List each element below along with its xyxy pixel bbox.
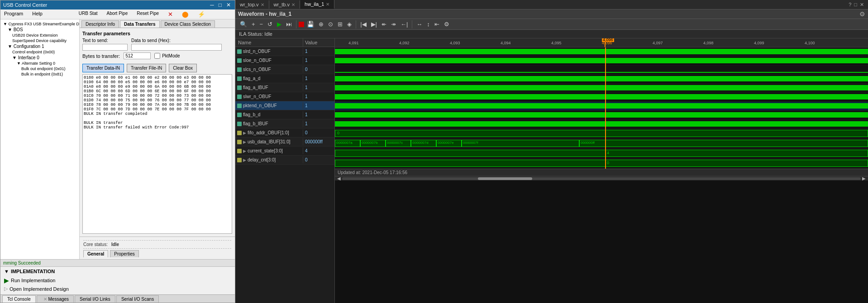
- refresh-button[interactable]: ↺: [266, 20, 274, 28]
- reset-pipe-btn[interactable]: Reset Pipe: [135, 10, 161, 18]
- tab-descriptor[interactable]: Descriptor Info: [81, 20, 119, 28]
- zoom-in-button[interactable]: +: [250, 20, 257, 28]
- tab-device-class[interactable]: Device Class Selection: [161, 20, 215, 28]
- expand-current-state[interactable]: ▶: [243, 149, 246, 153]
- close-button[interactable]: ✕: [225, 2, 232, 8]
- help-button[interactable]: ?: [847, 1, 853, 8]
- run-button[interactable]: ▶: [275, 20, 283, 28]
- open-implemented[interactable]: ▷ Open Implemented Design: [4, 285, 231, 293]
- close-hw-ila-icon[interactable]: ✕: [326, 2, 329, 7]
- transfer-data-in-button[interactable]: Transfer Data-IN: [82, 64, 124, 72]
- wave-tab-hw-ila[interactable]: hw_ila_1 ✕: [300, 0, 334, 9]
- wave-chart[interactable]: 4,091 4,092 4,093 4,094 4,095 4,096 4,09…: [335, 38, 868, 303]
- tab-tcl-console[interactable]: Tcl Console: [2, 295, 36, 303]
- tab-data-transfers[interactable]: Data Transfers: [120, 20, 159, 28]
- scroll-left-button[interactable]: ◀: [336, 175, 342, 181]
- sig-delay-cnt-name: ▶ delay_cnt[3:0]: [235, 156, 303, 163]
- run-label[interactable]: Run Implementation: [11, 278, 55, 283]
- tree-item-bulk-in[interactable]: Bulk in endpoint (0x81): [2, 71, 77, 77]
- stop-trigger-button[interactable]: [299, 22, 304, 27]
- run-implementation[interactable]: ▶ Run Implementation: [4, 276, 231, 285]
- signal-row-pktend[interactable]: pktend_n_OBUF 1: [235, 101, 334, 110]
- expand-button[interactable]: ↔: [415, 20, 424, 28]
- transfer-params: Transfer parameters Text to send: Data t…: [82, 31, 232, 61]
- save-button[interactable]: 💾: [305, 20, 316, 28]
- zoom-out-button[interactable]: −: [258, 20, 265, 28]
- settings-gear-button[interactable]: ⚙: [859, 10, 865, 18]
- signal-row-flag-b-ibuf[interactable]: flag_b_IBUF 1: [235, 119, 334, 128]
- signal-row-sloe[interactable]: sloe_n_OBUF 1: [235, 56, 334, 65]
- minimize-button[interactable]: ─: [209, 2, 215, 8]
- scroll-right-button[interactable]: ▶: [861, 175, 867, 181]
- expand-usb-data[interactable]: ▶: [243, 140, 246, 144]
- tab-serial-io-links[interactable]: Serial I/O Links: [75, 295, 115, 303]
- tree-item-alt0[interactable]: ▼ Alternate Setting 0: [2, 61, 77, 66]
- prev-edge-button[interactable]: |◀: [358, 20, 368, 28]
- usb-device-tree[interactable]: ▼ Cypress FX3 USB StreamerExample Devi..…: [0, 19, 80, 259]
- signal-row-flag-a-d[interactable]: flag_a_d 1: [235, 74, 334, 83]
- signal-row-fifo-addr[interactable]: ▶ fifo_addr_OBUF[1:0] 0: [235, 128, 334, 137]
- tree-item-device[interactable]: ▼ Cypress FX3 USB StreamerExample Devi..…: [2, 21, 77, 27]
- pktmode-label: PktMode: [162, 53, 180, 58]
- cursor-left-button[interactable]: ←|: [399, 20, 410, 28]
- wave-tab-wr-top[interactable]: wr_top.v ✕: [235, 0, 269, 9]
- signal-row-slcs[interactable]: slcs_n_OBUF 0: [235, 65, 334, 74]
- data-hex-input[interactable]: [131, 44, 222, 51]
- text-to-send-input[interactable]: [82, 44, 128, 51]
- pktmode-checkbox[interactable]: [154, 53, 160, 59]
- tab-messages[interactable]: ✕ Messages: [37, 295, 74, 303]
- tree-item-bos[interactable]: ▼ BOS: [2, 27, 77, 33]
- expand-fifo-addr[interactable]: ▶: [243, 131, 246, 135]
- next-trig-button[interactable]: ↠: [389, 20, 398, 28]
- expand-delay-cnt[interactable]: ▶: [243, 158, 246, 162]
- tab-properties[interactable]: Properties: [110, 250, 139, 257]
- zoom-area-button[interactable]: ⊙: [326, 20, 335, 28]
- maximize-button[interactable]: □: [217, 2, 223, 8]
- signal-row-flag-b-d[interactable]: flag_b_d 1: [235, 110, 334, 119]
- zoom-fit-button[interactable]: 🔍: [238, 20, 249, 28]
- usb-data-seg-3: 0000007d: [411, 140, 436, 147]
- menu-program[interactable]: Program: [2, 10, 25, 18]
- cursor-home-button[interactable]: ⇤: [433, 20, 441, 28]
- tree-item-superspeed[interactable]: SuperSpeed Device capability: [2, 38, 77, 43]
- tab-serial-io-scans[interactable]: Serial I/O Scans: [116, 295, 159, 303]
- float-button[interactable]: □: [853, 1, 858, 8]
- signal-row-current-state[interactable]: ▶ current_state[3:0] 4: [235, 147, 334, 156]
- transfer-log[interactable]: 0180 e0 00 00 00 e1 00 00 00 e2 00 00 00…: [82, 74, 232, 234]
- tree-item-control[interactable]: Control endpoint (0x00): [2, 49, 77, 55]
- menu-help[interactable]: Help: [30, 10, 44, 18]
- signal-row-delay-cnt[interactable]: ▶ delay_cnt[3:0] 0: [235, 156, 334, 165]
- zoom-sel-button[interactable]: ⊕: [317, 20, 325, 28]
- close-wr-tb-icon[interactable]: ✕: [291, 2, 295, 7]
- wave-scrollbar-track[interactable]: [342, 177, 861, 180]
- signal-row-flag-a-ibuf[interactable]: flag_a_IBUF 1: [235, 83, 334, 92]
- bytes-input[interactable]: [124, 52, 151, 59]
- collapse-button[interactable]: ✕: [858, 1, 865, 8]
- urb-stat-btn[interactable]: URB Stat: [77, 10, 100, 18]
- settings-button-2[interactable]: ⚙: [442, 20, 451, 28]
- signal-row-slwr[interactable]: slwr_n_OBUF 1: [235, 92, 334, 101]
- prev-trig-button[interactable]: ↞: [380, 20, 388, 28]
- tab-close-icon[interactable]: ✕: [43, 297, 47, 302]
- transfer-file-in-button[interactable]: Transfer File-IN: [127, 64, 166, 72]
- usb-tab-content: Transfer parameters Text to send: Data t…: [80, 28, 235, 237]
- fast-forward-button[interactable]: ⏭: [284, 20, 294, 28]
- center-button[interactable]: ◈: [345, 20, 353, 28]
- tree-item-bulk-out[interactable]: Bulk out endpoint (0x01): [2, 66, 77, 71]
- tree-item-usb20[interactable]: USB20 Device Extension: [2, 33, 77, 38]
- open-label[interactable]: Open Implemented Design: [10, 286, 69, 292]
- tab-general[interactable]: General: [83, 250, 108, 257]
- tree-item-interface0[interactable]: ▼ Interface 0: [2, 55, 77, 61]
- collapse-wv-button[interactable]: ↕: [425, 20, 432, 28]
- signal-row-slrd[interactable]: slrd_n_OBUF 1: [235, 47, 334, 56]
- tree-item-config1[interactable]: ▼ Configuration 1: [2, 43, 77, 49]
- wave-tab-wr-tb[interactable]: wr_tb.v ✕: [269, 0, 300, 9]
- clear-box-button[interactable]: Clear Box: [169, 64, 197, 72]
- fit-button[interactable]: ⊞: [336, 20, 344, 28]
- abort-pipe-btn[interactable]: Abort Pipe: [105, 10, 130, 18]
- wave-scrollbar-thumb[interactable]: [478, 177, 532, 180]
- wave-scrollbar[interactable]: ◀ ▶: [335, 176, 868, 180]
- next-edge-button[interactable]: ▶|: [369, 20, 379, 28]
- close-wr-top-icon[interactable]: ✕: [261, 2, 264, 7]
- signal-row-usb-data[interactable]: ▶ usb_data_IBUF[31:0] 000000ff: [235, 137, 334, 147]
